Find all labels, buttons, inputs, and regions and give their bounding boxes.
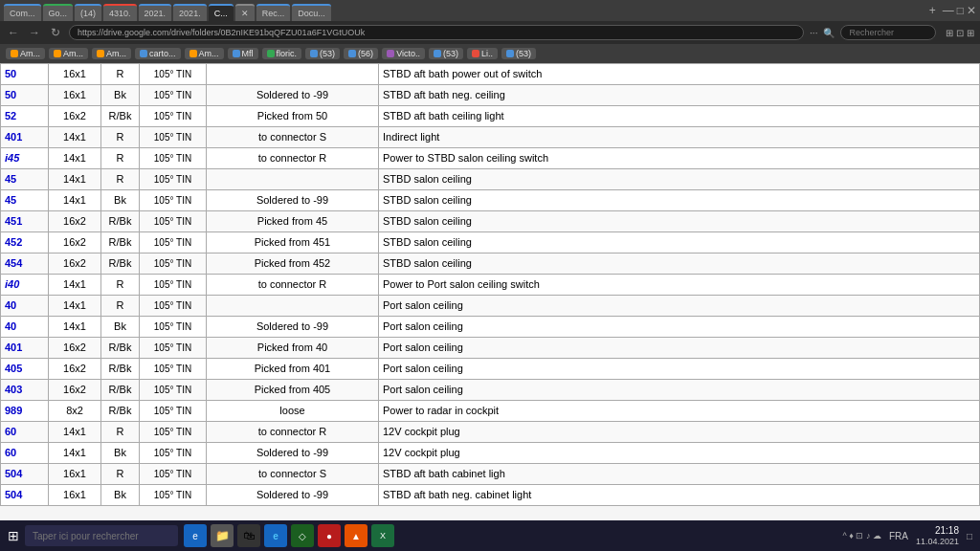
cell-id: 60 <box>1 422 49 443</box>
bookmark-item[interactable]: Am... <box>49 48 88 59</box>
table-row: 40316x2R/Bk105° TINPicked from 405Port s… <box>1 380 980 401</box>
cell-id: 45 <box>1 190 49 211</box>
cell-temp: 105° TIN <box>140 422 207 443</box>
taskbar-search[interactable] <box>25 525 178 546</box>
browser-tab[interactable]: 2021. <box>139 4 172 21</box>
bookmark-item[interactable]: (53) <box>305 48 340 59</box>
cell-from: Picked from 50 <box>207 106 379 127</box>
cell-color: Bk <box>101 443 140 464</box>
taskbar-icon-ie[interactable]: e <box>184 524 207 547</box>
cell-spec: 16x1 <box>49 485 101 506</box>
taskbar-icon-edge[interactable]: e <box>264 524 287 547</box>
browser-chrome: Com...Go...(14)4310.2021.2021.C...✕Rec..… <box>0 0 980 21</box>
cell-desc: STBD salon ceiling <box>379 232 980 253</box>
cell-spec: 14x1 <box>49 317 101 338</box>
table-container: 5016x1R105° TINSTBD aft bath power out o… <box>0 63 980 540</box>
cell-from: to connector S <box>207 464 379 485</box>
taskbar-icon-excel[interactable]: X <box>371 524 394 547</box>
bookmark-item[interactable]: Am... <box>6 48 45 59</box>
taskbar-icon-folder[interactable]: 📁 <box>211 524 234 547</box>
cell-desc: STBD aft bath cabinet ligh <box>379 464 980 485</box>
bookmark-item[interactable]: Li.. <box>467 48 498 59</box>
bookmark-item[interactable]: Am... <box>92 48 131 59</box>
maximize-btn[interactable]: □ <box>957 4 964 17</box>
cell-spec: 16x2 <box>49 211 101 232</box>
table-row: 5016x1R105° TINSTBD aft bath power out o… <box>1 64 980 85</box>
browser-tab[interactable]: (14) <box>75 4 101 21</box>
cell-spec: 14x1 <box>49 296 101 317</box>
browser-tabs: Com...Go...(14)4310.2021.2021.C...✕Rec..… <box>4 0 925 21</box>
cell-spec: 14x1 <box>49 148 101 169</box>
table-row: 9898x2R/Bk105° TINloosePower to radar in… <box>1 401 980 422</box>
cell-temp: 105° TIN <box>140 232 207 253</box>
taskbar-icon-app2[interactable]: ▲ <box>345 524 368 547</box>
cell-desc: Power to radar in cockpit <box>379 401 980 422</box>
cell-color: R/Bk <box>101 232 140 253</box>
bookmark-item[interactable]: (53) <box>429 48 463 59</box>
cell-desc: STBD salon ceiling <box>379 253 980 275</box>
cell-from <box>207 296 379 317</box>
back-btn[interactable]: ← <box>6 26 21 39</box>
browser-tab[interactable]: Go... <box>43 4 74 21</box>
taskbar: ⊞ e 📁 🛍 e ◇ ● ▲ X ^ ♦ ⊡ ♪ ☁ FRA 21:18 11… <box>0 520 980 551</box>
bookmark-item[interactable]: carto... <box>135 48 181 59</box>
cell-color: Bk <box>101 317 140 338</box>
cell-spec: 14x1 <box>49 443 101 464</box>
table-row: 40116x2R/Bk105° TINPicked from 40Port sa… <box>1 338 980 359</box>
ext-icons: ⊞ ⊡ ⊞ <box>946 28 974 38</box>
cell-id: 401 <box>1 338 49 359</box>
start-btn[interactable]: ⊞ <box>8 528 19 543</box>
bookmark-item[interactable]: Mfl <box>228 48 258 59</box>
notification-btn[interactable]: □ <box>967 531 972 541</box>
table-row: i4014x1R105° TINto connector RPower to P… <box>1 275 980 296</box>
browser-tab[interactable]: Docu... <box>292 4 331 21</box>
table-row: 5016x1Bk105° TINSoldered to -99STBD aft … <box>1 85 980 106</box>
bookmark-item[interactable]: (53) <box>501 48 536 59</box>
cell-desc: Power to STBD salon ceiling switch <box>379 148 980 169</box>
cell-temp: 105° TIN <box>140 169 207 190</box>
browser-tab[interactable]: Rec... <box>256 4 291 21</box>
cell-id: 50 <box>1 64 49 85</box>
new-tab-btn[interactable]: + <box>929 4 936 17</box>
browser-controls[interactable]: + — □ ✕ <box>929 4 976 17</box>
taskbar-icon-store[interactable]: 🛍 <box>237 524 260 547</box>
browser-tab[interactable]: 2021. <box>173 4 207 21</box>
bookmark-item[interactable]: Victo.. <box>382 48 425 59</box>
minimize-btn[interactable]: — <box>943 4 954 17</box>
options-btn[interactable]: ··· <box>810 28 817 38</box>
taskbar-icon-app1[interactable]: ● <box>318 524 341 547</box>
cell-spec: 16x1 <box>49 85 101 106</box>
forward-btn[interactable]: → <box>27 26 42 39</box>
bookmark-item[interactable]: floric. <box>262 48 302 59</box>
cell-spec: 14x1 <box>49 127 101 148</box>
taskbar-icon-dropbox[interactable]: ◇ <box>291 524 314 547</box>
cell-id: 52 <box>1 106 49 127</box>
table-row: 4514x1R105° TINSTBD salon ceiling <box>1 169 980 190</box>
cell-color: Bk <box>101 190 140 211</box>
cell-temp: 105° TIN <box>140 443 207 464</box>
search-box[interactable]: Rechercher <box>840 25 936 40</box>
cell-id: 50 <box>1 85 49 106</box>
reload-btn[interactable]: ↻ <box>48 26 63 39</box>
bookmark-item[interactable]: (56) <box>344 48 378 59</box>
cell-from: Picked from 45 <box>207 211 379 232</box>
cell-desc: Port salon ceiling <box>379 317 980 338</box>
cell-desc: Port salon ceiling <box>379 338 980 359</box>
cell-spec: 16x1 <box>49 64 101 85</box>
cell-desc: 12V cockpit plug <box>379 422 980 443</box>
browser-tab[interactable]: C... <box>209 4 234 21</box>
browser-tab[interactable]: Com... <box>4 4 41 21</box>
cell-temp: 105° TIN <box>140 401 207 422</box>
address-text: https://drive.google.com/drive/folders/0… <box>78 28 365 37</box>
time-display: 21:18 <box>916 524 959 537</box>
browser-tab[interactable]: ✕ <box>235 4 255 21</box>
cell-spec: 16x2 <box>49 232 101 253</box>
table-row: 45116x2R/Bk105° TINPicked from 45STBD sa… <box>1 211 980 232</box>
address-bar[interactable]: https://drive.google.com/drive/folders/0… <box>69 25 804 40</box>
table-row: 50416x1Bk105° TINSoldered to -99STBD aft… <box>1 485 980 506</box>
bookmark-item[interactable]: Am... <box>185 48 224 59</box>
cell-color: R/Bk <box>101 253 140 275</box>
browser-tab[interactable]: 4310. <box>103 4 137 21</box>
close-btn[interactable]: ✕ <box>967 4 976 17</box>
cell-spec: 8x2 <box>49 401 101 422</box>
